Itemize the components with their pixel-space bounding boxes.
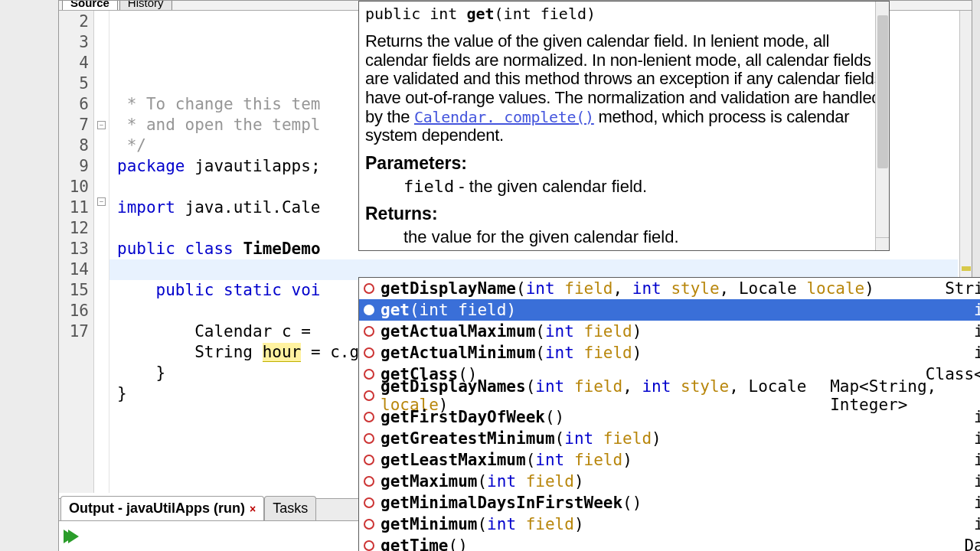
code-text: } — [117, 384, 127, 403]
scrollbar-thumb[interactable] — [877, 15, 888, 168]
javadoc-scrollbar[interactable]: ▾ — [875, 2, 889, 239]
method-icon — [364, 519, 374, 530]
completion-item[interactable]: getDisplayName(int field, int style, Loc… — [359, 278, 980, 299]
javadoc-signature: public int get(int field) — [365, 5, 883, 28]
code-text: java.util.Cale — [175, 198, 321, 217]
code-classname: TimeDemo — [243, 240, 320, 258]
code-text: String — [117, 343, 263, 361]
fold-gutter[interactable]: − − — [94, 11, 109, 493]
fold-toggle-icon[interactable]: − — [97, 121, 106, 129]
completion-item[interactable]: getMaximum(int field)int — [359, 471, 980, 492]
javadoc-link[interactable]: Calendar. complete() — [414, 108, 594, 126]
code-keyword: package — [117, 157, 185, 175]
code-keyword: public static voi — [117, 281, 321, 299]
javadoc-param: field - the given calendar field. — [365, 177, 883, 197]
method-icon — [364, 347, 374, 358]
javadoc-returns-heading: Returns: — [365, 204, 883, 225]
method-icon — [364, 433, 374, 444]
javadoc-description: Returns the value of the given calendar … — [365, 32, 883, 145]
resize-handle[interactable] — [875, 237, 889, 250]
code-line: * To change this tem — [117, 95, 321, 113]
method-icon — [364, 390, 374, 401]
code-text: } — [117, 364, 165, 382]
code-warning: hour — [263, 343, 302, 362]
method-icon — [364, 305, 374, 315]
method-icon — [364, 369, 374, 380]
method-icon — [364, 455, 374, 465]
tab-source[interactable]: Source — [62, 1, 118, 11]
code-keyword: public class — [117, 240, 243, 258]
completion-item[interactable]: getGreatestMinimum(int field)int — [359, 428, 980, 449]
code-line: * and open the templ — [117, 116, 321, 134]
javadoc-return: the value for the given calendar field. — [365, 227, 883, 247]
method-icon — [364, 412, 374, 422]
code-text: Calendar c = — [117, 322, 321, 341]
tab-output[interactable]: Output - javaUtilApps (run)× — [60, 496, 264, 520]
method-icon — [364, 326, 374, 337]
completion-item[interactable]: getActualMinimum(int field)int — [359, 342, 980, 364]
code-line: */ — [117, 136, 146, 155]
completion-item[interactable]: getMinimalDaysInFirstWeek()int — [359, 492, 980, 514]
completion-item[interactable]: getActualMaximum(int field)int — [359, 321, 980, 342]
close-icon[interactable]: × — [250, 503, 256, 515]
completion-item[interactable]: getTime()Date — [359, 535, 980, 551]
method-icon — [364, 283, 374, 294]
tab-history[interactable]: History — [119, 1, 172, 11]
javadoc-popup: public int get(int field) Returns the va… — [358, 1, 890, 251]
code-text: javautilapps; — [185, 157, 321, 175]
run-icon — [68, 530, 79, 543]
method-icon — [364, 540, 374, 551]
method-icon — [364, 476, 374, 487]
completion-item[interactable]: get(int field)int — [359, 299, 980, 321]
fold-toggle-icon[interactable]: − — [97, 197, 106, 206]
completion-item[interactable]: getDisplayNames(int field, int style, Lo… — [359, 385, 980, 406]
completion-item[interactable]: getLeastMaximum(int field)int — [359, 449, 980, 471]
method-icon — [364, 497, 374, 508]
completion-item[interactable]: getMinimum(int field)int — [359, 514, 980, 535]
tab-tasks[interactable]: Tasks — [264, 496, 316, 520]
javadoc-params-heading: Parameters: — [365, 153, 883, 174]
line-gutter: 234567891011121314151617 — [59, 11, 94, 493]
code-completion-popup[interactable]: getDisplayName(int field, int style, Loc… — [358, 277, 980, 551]
code-keyword: import — [117, 198, 175, 217]
editor-frame: Source History 234567891011121314151617 … — [58, 0, 972, 551]
